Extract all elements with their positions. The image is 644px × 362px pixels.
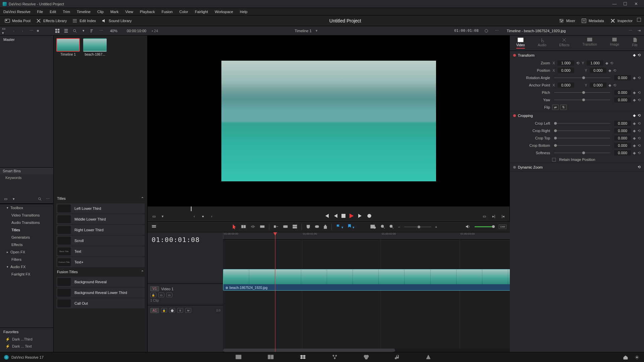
toolbox-header[interactable]: ▾Toolbox — [0, 204, 53, 212]
menu-clip[interactable]: Clip — [96, 9, 105, 14]
viewer-overlay-dropdown[interactable]: ▾ — [160, 213, 166, 219]
reset-icon[interactable]: ⟲ — [638, 113, 641, 118]
fusion-titles-header[interactable]: Fusion Titles⌃ — [54, 268, 147, 276]
detail-zoom[interactable] — [380, 224, 385, 230]
goto-start-button[interactable] — [324, 214, 329, 219]
toolbox-view[interactable]: ▭ — [3, 196, 9, 202]
page-media[interactable] — [232, 353, 245, 362]
loop-button[interactable] — [367, 214, 372, 219]
search-dropdown[interactable]: ▾ — [80, 28, 87, 34]
sound-library-toggle[interactable]: Sound Library — [99, 17, 135, 25]
metadata-toggle[interactable]: Metadata — [579, 17, 607, 25]
minimize-button[interactable]: — — [609, 1, 620, 6]
keyframe-icon[interactable]: ◆ — [605, 61, 608, 65]
menu-file[interactable]: File — [36, 9, 45, 14]
nav-fwd[interactable]: › — [19, 28, 25, 34]
sort-button[interactable] — [89, 28, 95, 34]
crop-left-input[interactable]: 0.000 — [614, 121, 631, 126]
viewer-scrubber[interactable] — [148, 206, 509, 211]
menu-mark[interactable]: Mark — [109, 9, 120, 14]
keyframe-icon[interactable]: ◆ — [633, 143, 636, 148]
bin-options[interactable]: ⋯ — [28, 28, 34, 34]
reset-icon[interactable]: ⟲ — [638, 136, 641, 140]
zoom-x-input[interactable]: 1.000 — [557, 60, 574, 66]
titles-group-header[interactable]: Titles⌃ — [54, 194, 147, 203]
page-edit[interactable] — [297, 353, 309, 362]
softness-input[interactable]: 0.000 — [614, 150, 631, 156]
toolbox-audio-transitions[interactable]: Audio Transitions — [0, 219, 53, 226]
timeline-scrollbar[interactable] — [223, 349, 510, 352]
menu-trim[interactable]: Trim — [61, 9, 71, 14]
zoom-slider[interactable] — [404, 227, 431, 227]
a-mute[interactable]: M — [185, 308, 191, 313]
track-disable[interactable]: ▭ — [166, 293, 172, 297]
dynamic-trim-tool[interactable] — [250, 224, 256, 230]
inspector-expand[interactable]: ⇥ — [636, 28, 642, 34]
selection-tool[interactable] — [232, 224, 237, 230]
rotation-slider[interactable] — [554, 77, 610, 78]
a-solo[interactable]: S — [177, 308, 183, 313]
page-cut[interactable] — [265, 353, 277, 362]
link-toggle[interactable] — [315, 224, 319, 230]
video-track-header[interactable]: V1 Video 1 🔒 ▭ ▭ 1 Clip — [148, 284, 223, 305]
reset-icon[interactable]: ⟲ — [638, 165, 641, 169]
keyframe-icon[interactable]: ◆ — [633, 76, 636, 80]
anchor-x-input[interactable]: 0.000 — [557, 82, 574, 88]
softness-slider[interactable] — [554, 153, 610, 153]
volume-slider[interactable] — [475, 226, 495, 227]
audio-track-header[interactable]: A1 🔒 ⬤ S M 2.0 — [148, 305, 223, 316]
keyframe-icon[interactable]: ◆ — [633, 151, 636, 155]
page-color[interactable] — [361, 353, 372, 362]
blade-tool[interactable] — [260, 224, 265, 230]
marker-icon[interactable]: ● — [200, 213, 206, 219]
step-back-button[interactable] — [333, 214, 337, 219]
favorite-item[interactable]: ⚡Dark ... Text — [0, 343, 53, 350]
a1-badge[interactable]: A1 — [150, 308, 159, 313]
reset-icon[interactable]: ⟲ — [610, 61, 613, 65]
menu-workspace[interactable]: Workspace — [213, 9, 234, 14]
viewer-zoom[interactable]: 40% — [110, 29, 117, 33]
video-clip[interactable]: ⊕beach-1867524_1920.jpg — [223, 269, 510, 291]
reset-icon[interactable]: ⟲ — [638, 143, 641, 148]
a-lock[interactable]: 🔒 — [161, 308, 167, 313]
title-text[interactable]: Basic TitleText — [56, 246, 145, 256]
pitch-slider[interactable] — [554, 92, 610, 93]
zoom-out[interactable]: − — [398, 225, 400, 229]
menu-fairlight[interactable]: Fairlight — [194, 9, 209, 14]
list-view[interactable] — [63, 28, 69, 34]
v1-badge[interactable]: V1 — [150, 286, 159, 291]
tab-effects[interactable]: Effects — [559, 38, 569, 49]
transform-header[interactable]: Transform◆⟲ — [510, 51, 644, 59]
snap-toggle[interactable] — [306, 224, 311, 230]
viewer-timecode[interactable]: 01:00:01:08 — [454, 28, 479, 33]
page-fusion[interactable] — [329, 353, 340, 362]
zoom-y-input[interactable]: 1.000 — [587, 60, 603, 66]
toolbox-generators[interactable]: Generators — [0, 234, 53, 241]
crop-bottom-input[interactable]: 0.000 — [614, 143, 631, 148]
scrub-head[interactable] — [191, 206, 192, 211]
nav-back[interactable]: ‹ — [11, 28, 17, 34]
keyframe-icon[interactable]: ◆ — [633, 136, 636, 140]
menu-help[interactable]: Help — [238, 9, 249, 14]
pos-y-input[interactable]: 0.000 — [590, 68, 606, 73]
keyframe-icon[interactable]: ◆ — [633, 113, 636, 118]
toolbox-fairlightfx[interactable]: Fairlight FX — [0, 270, 53, 278]
title-call-out[interactable]: Call Out — [56, 298, 145, 308]
section-enable-dot[interactable] — [513, 114, 516, 117]
smart-bin-keywords[interactable]: Keywords — [0, 174, 53, 181]
timeline-view-options[interactable] — [151, 224, 157, 230]
next-clip-button[interactable]: ▸| — [491, 213, 497, 219]
keyframe-icon[interactable]: ◆ — [633, 53, 636, 57]
mixer-toggle[interactable]: Mixer — [556, 17, 578, 25]
stop-button[interactable] — [341, 214, 345, 219]
track-lock[interactable]: 🔒 — [150, 293, 156, 297]
tab-file[interactable]: File — [632, 38, 638, 49]
crop-right-input[interactable]: 0.000 — [614, 128, 631, 133]
viewer-canvas[interactable] — [148, 36, 509, 206]
link-icon[interactable]: ⟲ — [576, 61, 579, 65]
overwrite-button[interactable] — [283, 224, 288, 230]
crop-left-slider[interactable] — [554, 123, 610, 124]
reset-icon[interactable]: ⟲ — [638, 98, 641, 102]
tab-audio[interactable]: Audio — [538, 38, 546, 49]
crop-top-slider[interactable] — [554, 138, 610, 138]
